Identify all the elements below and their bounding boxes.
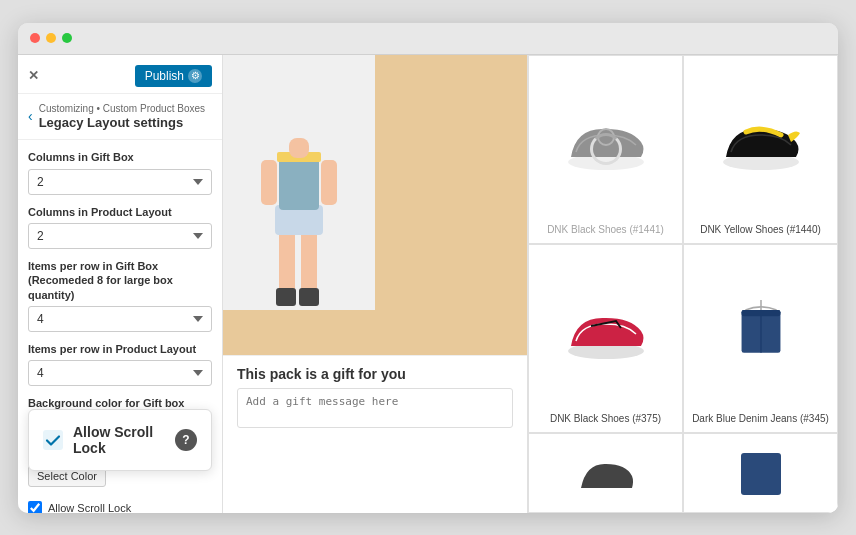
columns-gift-group: Columns in Gift Box 2 3 4	[28, 150, 212, 194]
breadcrumb: Customizing • Custom Product Boxes Legac…	[39, 102, 205, 132]
gift-tan-cell-bottom-right	[375, 310, 527, 355]
svg-rect-18	[741, 310, 780, 316]
minimize-dot[interactable]	[46, 33, 56, 43]
partial-shoe-svg	[576, 448, 636, 498]
close-dot[interactable]	[30, 33, 40, 43]
jeans-svg-345	[716, 296, 806, 366]
columns-product-group: Columns in Product Layout 2 3 4	[28, 205, 212, 249]
gift-tan-cell-bottom-left	[223, 310, 375, 355]
product-name-345: Dark Blue Denim Jeans (#345)	[692, 413, 829, 424]
columns-gift-select[interactable]: 2 3 4	[28, 169, 212, 195]
product-name-375: DNK Black Shoes (#375)	[550, 413, 661, 424]
check-icon	[43, 430, 63, 450]
gift-model-cell	[223, 55, 375, 310]
spinner-overlay-1441	[529, 56, 682, 243]
loading-spinner-1441	[590, 133, 622, 165]
product-img-375	[537, 253, 674, 409]
product-card-partial-right	[683, 433, 838, 513]
scroll-lock-checkbox[interactable]	[28, 501, 42, 513]
svg-rect-19	[741, 453, 781, 495]
tooltip-popup: Allow Scroll Lock ?	[28, 409, 212, 471]
svg-rect-4	[299, 288, 319, 306]
gift-title: This pack is a gift for you	[237, 366, 513, 382]
content-area: ✕ Publish ⚙ ‹ Customizing • Custom Produ…	[18, 55, 838, 513]
nav-back: ‹ Customizing • Custom Product Boxes Leg…	[18, 94, 222, 141]
preview-area: This pack is a gift for you	[223, 55, 838, 513]
help-icon[interactable]: ?	[175, 429, 197, 451]
product-card-345: Dark Blue Denim Jeans (#345)	[683, 244, 838, 433]
publish-button[interactable]: Publish ⚙	[135, 65, 212, 87]
product-card-375: DNK Black Shoes (#375)	[528, 244, 683, 433]
items-gift-label: Items per row in Gift Box (Recomeded 8 f…	[28, 259, 212, 302]
product-card-1440: DNK Yellow Shoes (#1440)	[683, 55, 838, 244]
products-section: DNK Black Shoes (#1441)	[528, 55, 838, 513]
browser-window: ✕ Publish ⚙ ‹ Customizing • Custom Produ…	[18, 23, 838, 513]
items-product-select[interactable]: 4 8	[28, 360, 212, 386]
product-img-345	[692, 253, 829, 409]
product-card-1441: DNK Black Shoes (#1441)	[528, 55, 683, 244]
items-product-label: Items per row in Product Layout	[28, 342, 212, 356]
product-partial-img-left	[537, 442, 674, 504]
partial-jeans-svg	[731, 448, 791, 498]
gift-section: This pack is a gift for you	[223, 55, 528, 513]
items-product-group: Items per row in Product Layout 4 8	[28, 342, 212, 386]
gift-text-area: This pack is a gift for you	[223, 355, 527, 442]
items-gift-group: Items per row in Gift Box (Recomeded 8 f…	[28, 259, 212, 332]
product-img-1440	[692, 64, 829, 220]
columns-product-select[interactable]: 2 3 4	[28, 223, 212, 249]
svg-rect-9	[321, 160, 337, 205]
svg-rect-3	[276, 288, 296, 306]
product-name-1440: DNK Yellow Shoes (#1440)	[700, 224, 821, 235]
columns-gift-label: Columns in Gift Box	[28, 150, 212, 164]
breadcrumb-text: Customizing • Custom Product Boxes	[39, 103, 205, 114]
product-partial-img-right	[692, 442, 829, 504]
shoe-svg-375	[561, 296, 651, 366]
close-button[interactable]: ✕	[28, 69, 39, 82]
browser-bar	[18, 23, 838, 55]
svg-rect-1	[279, 230, 295, 295]
sidebar-header: ✕ Publish ⚙	[18, 55, 222, 94]
section-title: Legacy Layout settings	[39, 115, 205, 132]
product-card-partial-left	[528, 433, 683, 513]
sidebar: ✕ Publish ⚙ ‹ Customizing • Custom Produ…	[18, 55, 223, 513]
publish-label: Publish	[145, 69, 184, 83]
scroll-lock-row: Allow Scroll Lock	[28, 497, 212, 513]
gear-icon: ⚙	[188, 69, 202, 83]
svg-rect-0	[43, 430, 63, 450]
svg-rect-10	[289, 138, 309, 158]
tooltip-text: Allow Scroll Lock	[73, 424, 165, 456]
gift-tan-cell-top	[375, 55, 527, 310]
svg-rect-6	[279, 155, 319, 210]
svg-rect-8	[261, 160, 277, 205]
items-gift-select[interactable]: 4 8	[28, 306, 212, 332]
scroll-lock-label: Allow Scroll Lock	[48, 502, 131, 513]
model-image	[223, 55, 375, 310]
gift-images	[223, 55, 527, 355]
main-content: This pack is a gift for you	[223, 55, 838, 513]
columns-product-label: Columns in Product Layout	[28, 205, 212, 219]
maximize-dot[interactable]	[62, 33, 72, 43]
shoe-svg-1440	[716, 107, 806, 177]
svg-rect-2	[301, 230, 317, 295]
gift-message-input[interactable]	[237, 388, 513, 428]
back-arrow-icon[interactable]: ‹	[28, 108, 33, 124]
